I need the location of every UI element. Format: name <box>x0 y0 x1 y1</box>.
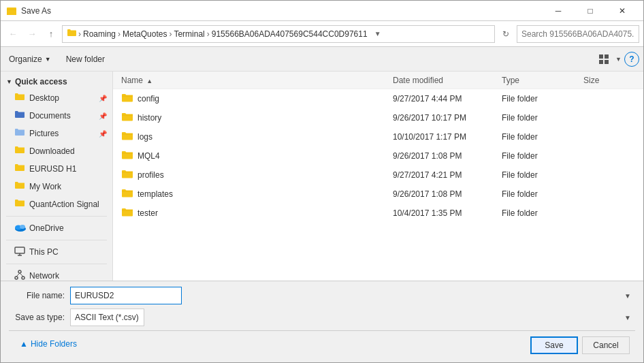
sidebar-item-eurusd[interactable]: EURUSD H1 <box>1 160 112 178</box>
svg-rect-3 <box>605 54 609 59</box>
organize-label: Organize <box>9 54 42 64</box>
file-folder-icon <box>121 188 133 200</box>
col-header-name[interactable]: Name ▲ <box>118 76 393 85</box>
toolbar-right: ▼ ? <box>595 50 639 68</box>
view-dropdown-arrow[interactable]: ▼ <box>615 56 622 63</box>
sidebar-item-onedrive[interactable]: OneDrive <box>1 219 112 237</box>
file-name: logs <box>138 132 152 142</box>
new-folder-label: New folder <box>66 54 105 64</box>
file-name: tester <box>138 208 158 218</box>
file-name: profiles <box>138 170 164 180</box>
breadcrumb-metaquotes[interactable]: MetaQuotes <box>123 29 167 39</box>
savetype-select[interactable]: ASCII Text (*.csv) <box>70 309 144 326</box>
back-button[interactable]: ← <box>5 26 21 42</box>
sidebar-item-documents[interactable]: Documents 📌 <box>1 107 112 125</box>
sidebar: ▼ Quick access Desktop 📌 Document <box>1 72 113 281</box>
view-options-button[interactable] <box>595 50 613 68</box>
quantaction-icon <box>14 199 25 210</box>
breadcrumb-sep-3: › <box>169 29 172 39</box>
svg-rect-1 <box>7 9 16 15</box>
filename-dropdown-arrow: ▼ <box>624 292 631 300</box>
table-row[interactable]: profiles 9/27/2017 4:21 PM File folder <box>113 165 643 185</box>
file-name-cell: templates <box>118 188 393 200</box>
svg-rect-5 <box>605 60 609 64</box>
table-row[interactable]: MQL4 9/26/2017 1:08 PM File folder <box>113 146 643 165</box>
help-button[interactable]: ? <box>624 52 639 67</box>
sidebar-divider-2 <box>6 240 107 240</box>
thispc-icon <box>14 246 25 259</box>
refresh-button[interactable]: ↻ <box>498 26 514 42</box>
new-folder-button[interactable]: New folder <box>62 52 109 66</box>
col-header-date[interactable]: Date modified <box>393 76 502 85</box>
table-row[interactable]: history 9/26/2017 10:17 PM File folder <box>113 108 643 127</box>
desktop-icon <box>14 93 25 104</box>
file-date-cell: 10/10/2017 1:17 PM <box>393 132 502 142</box>
desktop-pin-icon: 📌 <box>99 95 107 102</box>
file-type-cell: File folder <box>502 189 583 199</box>
sidebar-item-quantaction[interactable]: QuantAction Signal <box>1 195 112 213</box>
savetype-dropdown-arrow: ▼ <box>624 314 631 321</box>
sidebar-item-label: OneDrive <box>29 223 64 233</box>
close-button[interactable]: ✕ <box>607 1 638 21</box>
savetype-select-wrapper: ASCII Text (*.csv) ▼ <box>70 309 635 326</box>
bottom-footer: ▲ Hide Folders Save Cancel <box>9 330 635 357</box>
col-header-size[interactable]: Size <box>583 76 638 85</box>
organize-button[interactable]: Organize ▼ <box>5 52 55 66</box>
table-row[interactable]: tester 10/4/2017 1:35 PM File folder <box>113 204 643 223</box>
file-name-cell: config <box>118 93 393 105</box>
svg-point-13 <box>15 277 18 279</box>
table-row[interactable]: config 9/27/2017 4:44 PM File folder <box>113 89 643 108</box>
breadcrumb-sep-4: › <box>207 29 210 39</box>
minimize-button[interactable]: ─ <box>543 1 574 21</box>
file-name: templates <box>138 189 173 199</box>
search-input[interactable] <box>521 29 634 39</box>
file-name: config <box>138 94 159 104</box>
hide-folders-button[interactable]: ▲ Hide Folders <box>14 336 82 351</box>
file-name: history <box>138 113 161 123</box>
search-box[interactable] <box>517 25 639 43</box>
breadcrumb-dropdown-arrow[interactable]: ▼ <box>372 25 383 43</box>
title-bar: Save As ─ □ ✕ <box>1 1 643 21</box>
forward-button[interactable]: → <box>24 26 40 42</box>
sidebar-item-thispc[interactable]: This PC <box>1 243 112 261</box>
svg-line-15 <box>16 273 20 277</box>
dialog-title: Save As <box>21 6 543 16</box>
breadcrumb-roaming[interactable]: Roaming <box>83 29 116 39</box>
pictures-icon <box>14 128 25 140</box>
cancel-button[interactable]: Cancel <box>582 336 630 354</box>
table-row[interactable]: logs 10/10/2017 1:17 PM File folder <box>113 127 643 146</box>
file-type-cell: File folder <box>502 94 583 104</box>
maximize-button[interactable]: □ <box>575 1 606 21</box>
file-type-cell: File folder <box>502 208 583 218</box>
file-folder-icon <box>121 93 133 105</box>
sidebar-item-label: My Work <box>29 182 61 191</box>
filename-input[interactable] <box>70 287 182 304</box>
file-date-cell: 9/26/2017 10:17 PM <box>393 113 502 123</box>
breadcrumb[interactable]: › Roaming › MetaQuotes › Terminal › 9155… <box>62 25 495 43</box>
svg-point-14 <box>22 277 25 279</box>
sidebar-item-label: QuantAction Signal <box>29 200 99 209</box>
sidebar-divider-1 <box>6 216 107 217</box>
table-row[interactable]: templates 9/26/2017 1:08 PM File folder <box>113 185 643 204</box>
file-folder-icon <box>121 131 133 143</box>
window-controls: ─ □ ✕ <box>543 1 638 21</box>
breadcrumb-terminal[interactable]: Terminal <box>174 29 204 39</box>
sidebar-item-label: This PC <box>29 247 59 257</box>
col-header-type[interactable]: Type <box>502 76 583 85</box>
sidebar-item-pictures[interactable]: Pictures 📌 <box>1 125 112 142</box>
quick-access-header[interactable]: ▼ Quick access <box>1 74 112 89</box>
sidebar-item-desktop[interactable]: Desktop 📌 <box>1 89 112 107</box>
file-type-cell: File folder <box>502 113 583 123</box>
file-date-cell: 9/26/2017 1:08 PM <box>393 151 502 161</box>
svg-rect-4 <box>599 60 603 64</box>
up-button[interactable]: ↑ <box>43 26 59 42</box>
pics-pin-icon: 📌 <box>99 130 107 138</box>
sidebar-item-mywork[interactable]: My Work <box>1 178 112 195</box>
file-type-cell: File folder <box>502 151 583 161</box>
file-date-cell: 9/27/2017 4:44 PM <box>393 94 502 104</box>
title-icon <box>6 5 17 16</box>
sidebar-item-network[interactable]: Network <box>1 267 112 281</box>
breadcrumb-hash[interactable]: 915566BA06ADA407569C544CC0D97611 <box>212 29 368 39</box>
save-button[interactable]: Save <box>530 336 578 354</box>
sidebar-item-downloaded[interactable]: Downloaded <box>1 142 112 160</box>
